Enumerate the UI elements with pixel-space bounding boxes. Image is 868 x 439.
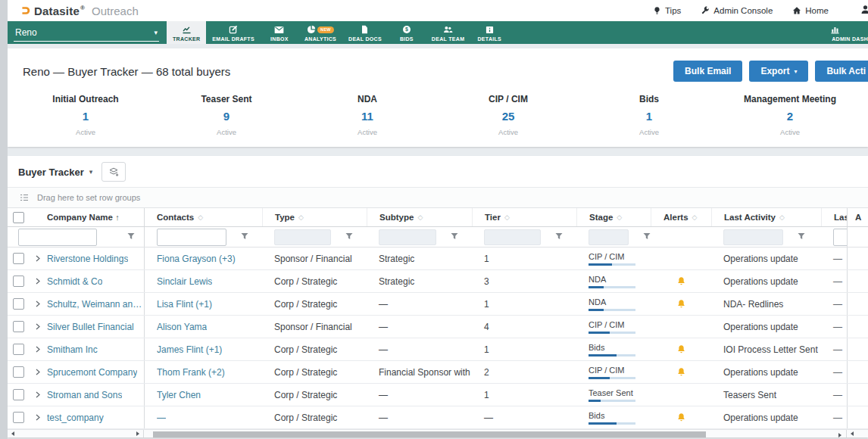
row-checkbox[interactable]: [13, 321, 24, 332]
tab-details[interactable]: DETAILS: [470, 21, 508, 44]
type-filter[interactable]: [274, 229, 331, 245]
column-header-pinned-right[interactable]: A: [848, 208, 861, 226]
tab-deal-docs[interactable]: DEAL DOCS: [342, 21, 388, 44]
contact-link[interactable]: Alison Yama: [157, 322, 207, 332]
company-link[interactable]: Smitham Inc: [47, 344, 98, 355]
expand-chevron-icon[interactable]: [29, 338, 47, 360]
stat-initial-outreach[interactable]: Initial Outreach1Active: [15, 94, 156, 136]
column-header-subtype[interactable]: Subtype◇: [367, 208, 472, 226]
last-activity-filter[interactable]: [723, 229, 783, 245]
column-header-type[interactable]: Type◇: [262, 208, 367, 226]
column-header-contacts[interactable]: Contacts◇: [145, 208, 262, 226]
pinned-right-cell: [847, 270, 868, 292]
contact-link[interactable]: Lisa Flint (+1): [157, 299, 212, 310]
last-act-cell: —: [821, 248, 847, 269]
contact-link[interactable]: Thom Frank (+2): [157, 367, 225, 378]
company-link[interactable]: test_company: [47, 413, 104, 423]
expand-chevron-icon[interactable]: [29, 316, 47, 338]
column-header-last-act[interactable]: Last Act: [821, 208, 847, 226]
filter-funnel-icon[interactable]: [451, 232, 458, 242]
stat-nda[interactable]: NDA11Active: [297, 94, 438, 136]
row-checkbox[interactable]: [13, 344, 24, 355]
expand-chevron-icon[interactable]: [29, 361, 47, 383]
column-header-company[interactable]: Company Name ↑: [47, 208, 144, 226]
filter-funnel-icon[interactable]: [555, 232, 563, 242]
company-link[interactable]: Schultz, Weimann and ...: [47, 299, 144, 310]
row-group-panel[interactable]: Drag here to set row groups: [8, 187, 868, 208]
tab-analytics[interactable]: NEW ANALYTICS: [298, 21, 342, 44]
scroll-left-arrow[interactable]: [11, 431, 14, 436]
stage-progress-bar: [589, 377, 635, 379]
last-act-filter-input[interactable]: [833, 229, 847, 246]
bulk-actions-button[interactable]: Bulk Acti: [815, 61, 868, 82]
tab-admin-dashboard[interactable]: ADMIN DASH: [824, 21, 868, 44]
contact-link[interactable]: Sinclair Lewis: [157, 276, 212, 287]
tier-filter[interactable]: [484, 229, 541, 245]
contact-link[interactable]: —: [157, 413, 166, 423]
stage-cell: Bids: [576, 406, 651, 428]
row-checkbox[interactable]: [13, 366, 24, 378]
stage-cell: Bids: [576, 338, 651, 360]
tab-bids[interactable]: $ BIDS: [388, 21, 426, 44]
row-checkbox[interactable]: [13, 412, 24, 423]
scroll-right-arrow[interactable]: [838, 433, 841, 437]
row-checkbox[interactable]: [13, 389, 24, 400]
contact-link[interactable]: Fiona Grayson (+3): [157, 254, 236, 264]
sort-icon: ◇: [779, 213, 785, 221]
home-link[interactable]: Home: [792, 6, 829, 15]
row-checkbox[interactable]: [13, 253, 24, 264]
scroll-right-arrow[interactable]: [136, 431, 139, 436]
tab-inbox[interactable]: INBOX: [261, 21, 298, 44]
company-link[interactable]: Sprucemont Company: [47, 367, 137, 378]
company-link[interactable]: Silver Bullet Financial: [47, 322, 134, 332]
filter-funnel-icon[interactable]: [345, 232, 353, 242]
tips-link[interactable]: Tips: [653, 6, 681, 15]
contacts-filter-input[interactable]: [157, 229, 226, 246]
filter-funnel-icon[interactable]: [241, 232, 248, 242]
filter-funnel-icon[interactable]: [798, 232, 805, 242]
contact-link[interactable]: James Flint (+1): [157, 344, 222, 355]
column-header-last-activity[interactable]: Last Activity◇: [711, 208, 821, 226]
profile-button[interactable]: [860, 4, 868, 17]
row-checkbox[interactable]: [13, 276, 24, 287]
export-button[interactable]: Export▾: [749, 61, 808, 82]
contact-link[interactable]: Tyler Chen: [157, 390, 201, 400]
column-panel-button[interactable]: [101, 162, 126, 182]
stat-cip-cim[interactable]: CIP / CIM25Active: [438, 94, 579, 136]
brand-name: Datasite®: [34, 5, 85, 17]
stat-teaser-sent[interactable]: Teaser Sent9Active: [156, 94, 297, 136]
admin-console-link[interactable]: Admin Console: [701, 6, 773, 15]
pie-chart-icon: [307, 25, 316, 34]
column-header-tier[interactable]: Tier◇: [472, 208, 576, 226]
stage-filter[interactable]: [589, 229, 629, 245]
tier-cell: 4: [472, 316, 576, 338]
scroll-left-arrow[interactable]: [851, 431, 854, 436]
filter-funnel-icon[interactable]: [643, 232, 651, 242]
expand-chevron-icon[interactable]: [29, 293, 47, 315]
company-link[interactable]: Riverstone Holdings: [47, 254, 128, 264]
type-cell: Corp / Strategic: [262, 406, 367, 428]
bulk-email-button[interactable]: Bulk Email: [673, 61, 742, 82]
filter-funnel-icon[interactable]: [127, 232, 135, 242]
stat-bids[interactable]: Bids1Active: [579, 94, 720, 136]
tab-tracker[interactable]: TRACKER: [167, 21, 206, 44]
stat-management-meeting[interactable]: Management Meeting2Active: [720, 94, 860, 136]
expand-chevron-icon[interactable]: [29, 270, 47, 292]
company-link[interactable]: Stroman and Sons: [47, 390, 122, 400]
scrollbar-thumb[interactable]: [153, 431, 706, 437]
expand-chevron-icon[interactable]: [29, 406, 47, 428]
expand-chevron-icon[interactable]: [29, 248, 47, 269]
company-link[interactable]: Schmidt & Co: [47, 276, 102, 287]
view-selector[interactable]: Buyer Tracker▾: [18, 167, 92, 178]
column-header-stage[interactable]: Stage◇: [576, 208, 651, 226]
tab-deal-team[interactable]: DEAL TEAM: [426, 21, 470, 44]
company-filter-input[interactable]: [18, 229, 97, 246]
tab-email-drafts[interactable]: EMAIL DRAFTS: [206, 21, 261, 44]
expand-chevron-icon[interactable]: [29, 384, 47, 406]
brand-suffix: Outreach: [92, 5, 139, 17]
subtype-filter[interactable]: [379, 229, 436, 245]
select-all-checkbox[interactable]: [13, 212, 24, 223]
project-selector[interactable]: Reno▾: [8, 21, 165, 44]
row-checkbox[interactable]: [13, 298, 24, 310]
column-header-alerts[interactable]: Alerts◇: [651, 208, 711, 226]
